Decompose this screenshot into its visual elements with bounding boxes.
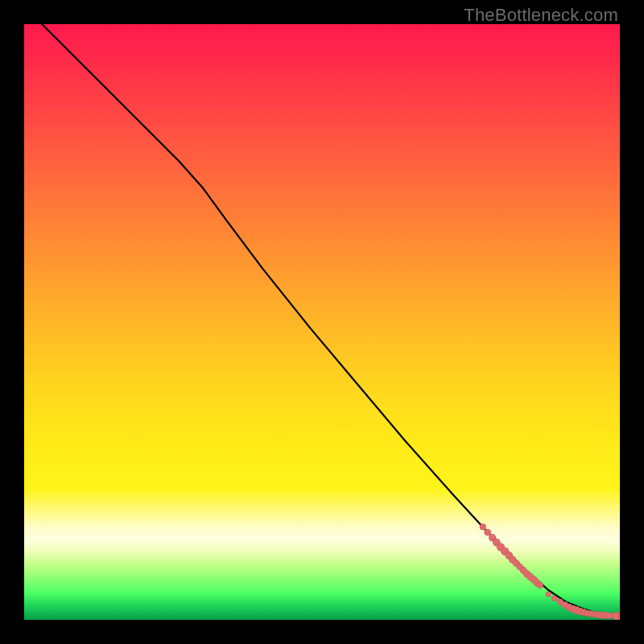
chart-overlay xyxy=(24,24,620,620)
main-curve xyxy=(42,24,620,617)
data-point xyxy=(551,596,557,601)
scatter-dots xyxy=(480,524,620,620)
data-point xyxy=(537,582,543,588)
watermark-text: TheBottleneck.com xyxy=(464,5,618,26)
data-point xyxy=(480,524,486,530)
plot-area xyxy=(24,24,620,620)
chart-frame: TheBottleneck.com xyxy=(0,0,644,644)
data-point xyxy=(546,592,551,597)
